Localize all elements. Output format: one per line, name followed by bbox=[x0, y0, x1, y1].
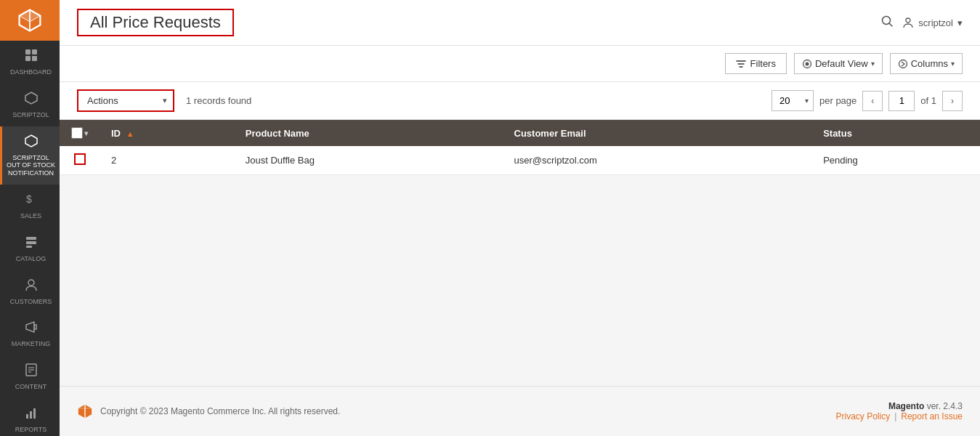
svg-point-23 bbox=[805, 62, 809, 65]
sidebar-item-dashboard[interactable]: DASHBOARD bbox=[0, 41, 60, 84]
table-row: 2 Joust Duffle Bag user@scriptzol.com Pe… bbox=[60, 146, 980, 175]
oos-icon bbox=[24, 134, 39, 152]
default-view-label: Default View bbox=[815, 58, 868, 69]
svg-rect-3 bbox=[32, 56, 37, 61]
table-wrapper: ▾ ID ▲ Product Name Customer Email Stat bbox=[60, 120, 980, 175]
footer-copyright: Copyright © 2023 Magento Commerce Inc. A… bbox=[100, 406, 340, 416]
footer-version: ver. 2.4.3 bbox=[927, 401, 963, 411]
svg-marker-5 bbox=[25, 135, 37, 147]
sidebar-logo bbox=[0, 0, 60, 41]
customer-email-column-label: Customer Email bbox=[514, 128, 586, 139]
default-view-select[interactable]: Default View ▾ bbox=[794, 53, 883, 74]
per-page-wrapper[interactable]: 20 30 50 100 200 ▾ bbox=[772, 90, 814, 111]
top-header: All Price Requests scriptzol ▾ bbox=[60, 0, 980, 46]
pagination: 20 30 50 100 200 ▾ per page ‹ of 1 › bbox=[772, 90, 963, 111]
svg-rect-16 bbox=[26, 414, 28, 419]
sidebar-item-reports[interactable]: REPORTS bbox=[0, 398, 60, 436]
row-status: Pending bbox=[811, 146, 980, 175]
svg-rect-0 bbox=[25, 49, 31, 54]
footer-left: Copyright © 2023 Magento Commerce Inc. A… bbox=[77, 403, 340, 419]
columns-chevron-down-icon: ▾ bbox=[951, 60, 955, 68]
row-checkbox[interactable] bbox=[74, 153, 86, 165]
records-found: 1 records found bbox=[186, 95, 251, 106]
footer-logo-icon bbox=[77, 403, 93, 419]
sidebar: DASHBOARD SCRIPTZOL SCRIPTZOL OUT OF STO… bbox=[0, 0, 60, 436]
table-header-id[interactable]: ID ▲ bbox=[100, 120, 234, 146]
reports-icon bbox=[24, 405, 39, 424]
table-header-customer-email: Customer Email bbox=[503, 120, 812, 146]
footer: Copyright © 2023 Magento Commerce Inc. A… bbox=[60, 386, 980, 436]
svg-text:$: $ bbox=[26, 193, 32, 205]
footer-links: Privacy Policy | Report an Issue bbox=[835, 411, 963, 421]
actions-select-wrapper[interactable]: Actions Delete ▾ bbox=[77, 89, 174, 112]
catalog-icon bbox=[24, 235, 39, 253]
svg-rect-18 bbox=[33, 408, 36, 419]
sidebar-item-sales-label: SALES bbox=[20, 212, 41, 220]
sidebar-item-marketing-label: MARKETING bbox=[12, 340, 51, 348]
toolbar: Filters Default View ▾ Columns ▾ bbox=[60, 46, 980, 82]
actions-left: Actions Delete ▾ 1 records found bbox=[77, 89, 251, 112]
search-button[interactable] bbox=[880, 15, 894, 31]
svg-rect-2 bbox=[25, 56, 31, 61]
svg-rect-17 bbox=[30, 411, 32, 419]
product-name-column-label: Product Name bbox=[246, 128, 309, 139]
footer-separator: | bbox=[894, 411, 896, 421]
row-checkbox-cell bbox=[60, 146, 100, 175]
sidebar-item-scriptzol[interactable]: SCRIPTZOL bbox=[0, 84, 60, 126]
filters-label: Filters bbox=[750, 58, 776, 69]
total-pages: of 1 bbox=[920, 95, 936, 106]
row-product-name: Joust Duffle Bag bbox=[234, 146, 503, 175]
page-input[interactable] bbox=[888, 91, 915, 111]
data-table: ▾ ID ▲ Product Name Customer Email Stat bbox=[60, 120, 980, 175]
select-all-checkbox[interactable] bbox=[71, 127, 83, 139]
per-page-label: per page bbox=[819, 95, 857, 106]
svg-rect-1 bbox=[32, 49, 37, 54]
footer-magento-label: Magento bbox=[888, 401, 924, 411]
sidebar-item-oos-label: SCRIPTZOL OUT OF STOCK NOTIFICATION bbox=[5, 154, 57, 177]
sidebar-item-oos[interactable]: SCRIPTZOL OUT OF STOCK NOTIFICATION bbox=[0, 126, 60, 185]
user-dropdown-icon: ▾ bbox=[957, 17, 963, 28]
row-id: 2 bbox=[100, 146, 234, 175]
user-name: scriptzol bbox=[918, 17, 953, 28]
table-header: ▾ ID ▲ Product Name Customer Email Stat bbox=[60, 120, 980, 146]
sort-arrow-icon: ▲ bbox=[126, 129, 134, 138]
sidebar-item-scriptzol-label: SCRIPTZOL bbox=[12, 111, 49, 119]
columns-button[interactable]: Columns ▾ bbox=[890, 53, 963, 74]
scriptzol-icon bbox=[24, 91, 39, 109]
svg-point-24 bbox=[899, 60, 907, 68]
privacy-policy-link[interactable]: Privacy Policy bbox=[835, 411, 890, 421]
table-header-checkbox-col: ▾ bbox=[60, 120, 100, 146]
actions-select[interactable]: Actions Delete bbox=[78, 91, 173, 110]
marketing-icon bbox=[24, 320, 39, 338]
select-all-chevron-icon[interactable]: ▾ bbox=[84, 129, 88, 137]
user-menu[interactable]: scriptzol ▾ bbox=[902, 17, 963, 28]
sidebar-item-marketing[interactable]: MARKETING bbox=[0, 312, 60, 355]
svg-rect-9 bbox=[26, 246, 32, 248]
svg-point-10 bbox=[28, 280, 34, 286]
table-header-status: Status bbox=[811, 120, 980, 146]
header-right: scriptzol ▾ bbox=[880, 15, 963, 31]
actions-bar: Actions Delete ▾ 1 records found 20 30 5… bbox=[60, 82, 980, 120]
sidebar-item-customers-label: CUSTOMERS bbox=[10, 298, 52, 306]
sidebar-item-catalog-label: CATALOG bbox=[16, 255, 46, 263]
sidebar-item-sales[interactable]: $ SALES bbox=[0, 185, 60, 227]
content-icon bbox=[24, 363, 39, 381]
sidebar-item-content[interactable]: CONTENT bbox=[0, 355, 60, 398]
prev-page-button[interactable]: ‹ bbox=[862, 91, 883, 111]
sidebar-item-customers[interactable]: CUSTOMERS bbox=[0, 270, 60, 313]
svg-point-21 bbox=[906, 18, 910, 23]
svg-rect-11 bbox=[34, 325, 36, 329]
filters-button[interactable]: Filters bbox=[725, 53, 787, 74]
next-page-button[interactable]: › bbox=[942, 91, 963, 111]
per-page-select[interactable]: 20 30 50 100 200 bbox=[772, 91, 813, 110]
sidebar-item-catalog[interactable]: CATALOG bbox=[0, 227, 60, 270]
columns-label: Columns bbox=[911, 58, 948, 69]
sidebar-item-dashboard-label: DASHBOARD bbox=[10, 68, 52, 76]
view-chevron-down-icon: ▾ bbox=[871, 60, 875, 68]
table-header-product-name: Product Name bbox=[234, 120, 503, 146]
dashboard-icon bbox=[24, 48, 39, 66]
report-issue-link[interactable]: Report an Issue bbox=[901, 411, 963, 421]
svg-rect-7 bbox=[26, 237, 36, 240]
customers-icon bbox=[24, 278, 39, 296]
main-content: All Price Requests scriptzol ▾ Filters D… bbox=[60, 0, 980, 436]
